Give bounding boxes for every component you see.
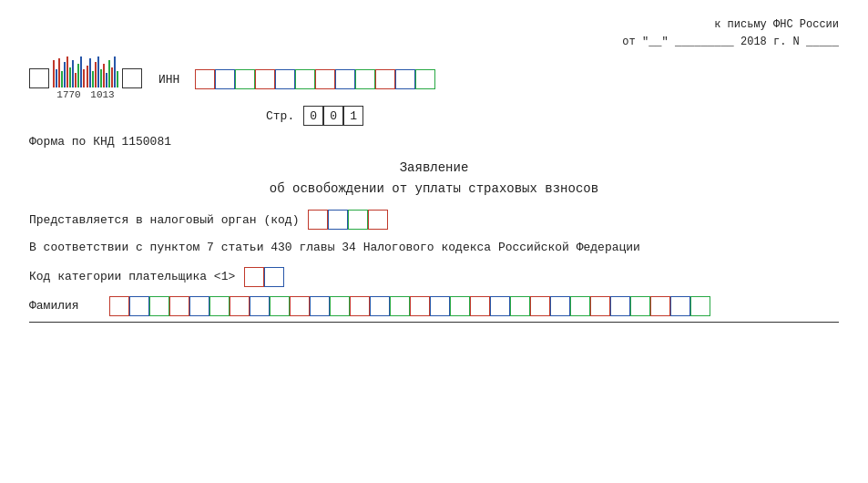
tax-organ-label: Представляется в налоговый орган (код) — [29, 213, 299, 227]
fam-cell-9[interactable] — [270, 296, 290, 316]
ref-line1: к письму ФНС России — [29, 16, 839, 34]
fam-cell-8[interactable] — [250, 296, 270, 316]
inn-cell-2[interactable] — [215, 69, 235, 89]
str-cell-1[interactable]: 0 — [303, 106, 323, 126]
fam-cell-26[interactable] — [610, 296, 630, 316]
inn-cell-7[interactable] — [315, 69, 335, 89]
inn-cell-8[interactable] — [335, 69, 355, 89]
fam-cell-27[interactable] — [630, 296, 650, 316]
kod-cells — [244, 267, 284, 287]
inn-cell-4[interactable] — [255, 69, 275, 89]
str-label: Стр. — [266, 109, 294, 123]
title-line2: об освобождении от уплаты страховых взно… — [29, 179, 839, 199]
inn-row: ИНН — [158, 69, 435, 89]
fam-cell-10[interactable] — [290, 296, 310, 316]
text-paragraph: В соответствии с пунктом 7 статьи 430 гл… — [29, 239, 839, 258]
fam-cell-23[interactable] — [550, 296, 570, 316]
header-row: 1770 — [29, 57, 839, 100]
barcode-lines-container: 1770 — [53, 57, 118, 100]
taxcode-cells — [308, 210, 388, 230]
inn-cell-1[interactable] — [195, 69, 215, 89]
barcode-num-right: 1013 — [90, 89, 114, 100]
barcode-group-right: 1013 — [87, 57, 118, 100]
kod-label: Код категории плательщика <1> — [29, 270, 235, 283]
tax-organ-row: Представляется в налоговый орган (код) — [29, 210, 839, 230]
inn-cell-6[interactable] — [295, 69, 315, 89]
fam-cell-1[interactable] — [109, 296, 129, 316]
fam-cells — [109, 296, 710, 316]
inn-cell-12[interactable] — [415, 69, 435, 89]
inn-cell-11[interactable] — [395, 69, 415, 89]
ref-line2: от "__" _________ 2018 г. N _____ — [29, 34, 839, 51]
fam-cell-4[interactable] — [169, 296, 189, 316]
fam-cell-15[interactable] — [390, 296, 410, 316]
barcode-num-left: 1770 — [56, 89, 80, 100]
fam-cell-12[interactable] — [330, 296, 350, 316]
form-knd: Форма по КНД 1150081 — [29, 135, 839, 149]
fam-label: Фамилия — [29, 299, 102, 313]
inn-cells — [195, 69, 435, 89]
page: к письму ФНС России от "__" _________ 20… — [0, 0, 868, 483]
str-cells: 0 0 1 — [303, 106, 363, 126]
title-block: Заявление об освобождении от уплаты стра… — [29, 158, 839, 199]
barcode-square-left — [29, 68, 49, 88]
fam-cell-24[interactable] — [570, 296, 590, 316]
fam-cell-28[interactable] — [650, 296, 670, 316]
fam-cell-20[interactable] — [490, 296, 510, 316]
str-cell-2[interactable]: 0 — [323, 106, 343, 126]
taxcode-cell-3[interactable] — [348, 210, 368, 230]
barcode-block: 1770 — [29, 57, 142, 100]
inn-cell-10[interactable] — [375, 69, 395, 89]
top-reference: к письму ФНС России от "__" _________ 20… — [29, 16, 839, 51]
bottom-border — [29, 322, 839, 323]
fam-cell-30[interactable] — [690, 296, 710, 316]
fam-cell-6[interactable] — [209, 296, 230, 316]
fam-cell-13[interactable] — [350, 296, 370, 316]
barcode-group-left: 1770 — [53, 57, 85, 100]
kod-row: Код категории плательщика <1> — [29, 267, 839, 287]
barcode-lines-right — [87, 57, 118, 87]
fam-cell-2[interactable] — [129, 296, 149, 316]
title-line1: Заявление — [29, 158, 839, 178]
taxcode-cell-4[interactable] — [368, 210, 388, 230]
fam-cell-5[interactable] — [189, 296, 209, 316]
fam-cell-14[interactable] — [370, 296, 390, 316]
fam-row: Фамилия — [29, 296, 839, 316]
taxcode-cell-2[interactable] — [328, 210, 348, 230]
kod-cell-2[interactable] — [264, 267, 284, 287]
fam-cell-16[interactable] — [410, 296, 430, 316]
fam-cell-19[interactable] — [470, 296, 490, 316]
barcode-square-right — [122, 68, 142, 88]
taxcode-cell-1[interactable] — [308, 210, 328, 230]
fam-cell-7[interactable] — [230, 296, 250, 316]
fam-cell-17[interactable] — [430, 296, 450, 316]
fam-cell-29[interactable] — [670, 296, 690, 316]
fam-cell-11[interactable] — [310, 296, 330, 316]
fam-cell-21[interactable] — [510, 296, 530, 316]
fam-cell-22[interactable] — [530, 296, 550, 316]
fam-cell-25[interactable] — [590, 296, 610, 316]
fam-cell-3[interactable] — [149, 296, 169, 316]
inn-label: ИНН — [158, 73, 186, 87]
str-row: Стр. 0 0 1 — [266, 106, 839, 126]
inn-cell-3[interactable] — [235, 69, 255, 89]
kod-cell-1[interactable] — [244, 267, 264, 287]
inn-cell-5[interactable] — [275, 69, 295, 89]
barcode-lines-left — [53, 57, 85, 87]
fam-cell-18[interactable] — [450, 296, 470, 316]
inn-cell-9[interactable] — [355, 69, 375, 89]
str-cell-3[interactable]: 1 — [343, 106, 363, 126]
